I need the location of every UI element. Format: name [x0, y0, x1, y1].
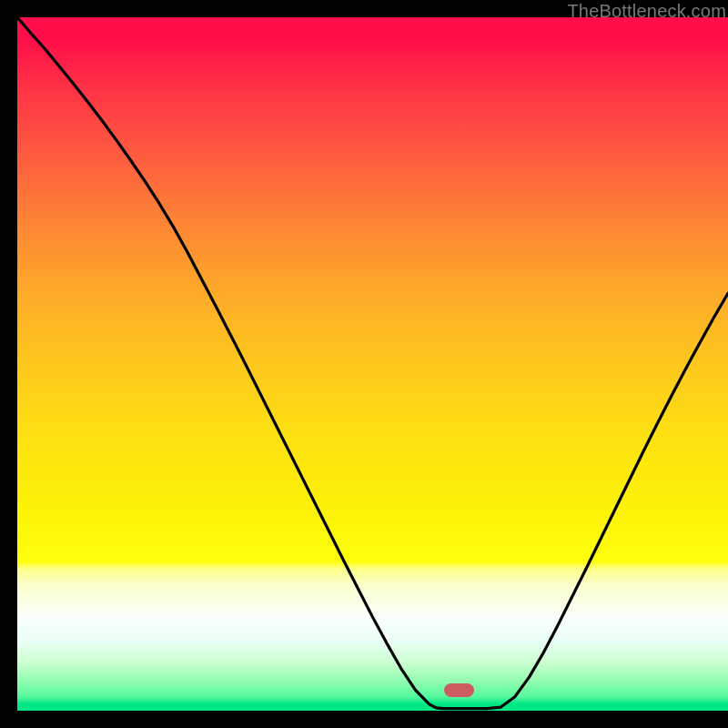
chart-frame: TheBottleneck.com: [17, 0, 728, 711]
chart-plot-area: [17, 17, 728, 711]
bottleneck-curve: [17, 17, 728, 711]
bottleneck-minimum-marker: [444, 683, 474, 697]
